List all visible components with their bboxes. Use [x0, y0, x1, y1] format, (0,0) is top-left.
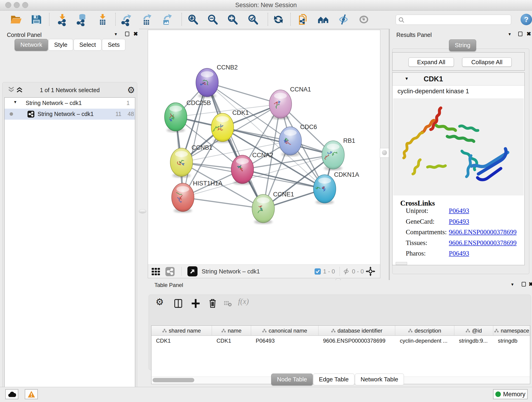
import-network-icon[interactable] — [56, 13, 68, 26]
crosslink-value[interactable]: 9606.ENSP00000378699 — [449, 228, 517, 236]
network-view[interactable]: CCNB2CCNA1CDC25BCDK1CDC6RB1CCNB1CCNA2CDK… — [148, 30, 380, 278]
collection-caret-icon[interactable]: ▼ — [13, 100, 17, 104]
crosslink-value[interactable]: 9606.ENSP00000378699 — [449, 239, 517, 247]
save-session-icon[interactable] — [31, 13, 42, 26]
panel-menu-icon[interactable]: ▼ — [114, 32, 118, 37]
node-label-CDK1: CDK1 — [232, 109, 249, 116]
columns-icon[interactable] — [173, 298, 184, 309]
table-cell[interactable]: cyclin-dependent ... — [395, 336, 454, 346]
splitter-line[interactable] — [389, 29, 390, 280]
zoom-in-icon[interactable] — [187, 13, 199, 26]
delete-table-icon[interactable] — [223, 298, 233, 309]
table-cell[interactable]: P06493 — [251, 336, 318, 346]
panel-menu-icon[interactable]: ▼ — [510, 282, 514, 287]
panel-close-icon[interactable]: ✖ — [133, 32, 138, 36]
grid-view-icon[interactable] — [151, 267, 160, 276]
panel-float-icon[interactable] — [518, 32, 522, 36]
tab-edge-table[interactable]: Edge Table — [313, 374, 355, 385]
right-splitter-handle[interactable] — [380, 148, 389, 158]
open-folder-icon[interactable] — [10, 13, 22, 26]
export-network-icon[interactable] — [120, 13, 132, 26]
zoom-selected-icon[interactable] — [247, 13, 259, 26]
panel-float-icon[interactable] — [522, 282, 526, 287]
tab-network[interactable]: Network — [15, 39, 48, 51]
column-header-database-identifier[interactable]: database identifier — [318, 326, 395, 336]
warning-button[interactable] — [25, 389, 38, 399]
import-database-icon[interactable] — [76, 13, 88, 26]
table-cell[interactable]: stringdb — [493, 336, 530, 346]
node-CCNE1[interactable]: CCNE1 — [252, 191, 294, 224]
left-splitter-handle[interactable] — [139, 209, 146, 213]
network-row-selected[interactable]: String Network – cdk1 11 48 — [5, 109, 135, 120]
crosslink-value[interactable]: P06493 — [449, 218, 469, 225]
import-table-icon[interactable] — [97, 13, 109, 26]
delete-column-icon[interactable] — [207, 298, 218, 309]
search-box[interactable] — [396, 15, 511, 25]
apply-layout-icon[interactable] — [272, 13, 284, 26]
node-CCNA1[interactable]: CCNA1 — [269, 86, 311, 120]
memory-button[interactable]: Memory — [493, 389, 528, 399]
first-neighbors-icon[interactable] — [317, 13, 329, 26]
selected-checkbox-icon[interactable] — [315, 268, 321, 274]
export-table-icon[interactable] — [140, 13, 152, 26]
string-share-icon[interactable] — [165, 267, 175, 276]
network-from-file-icon[interactable] — [297, 13, 309, 26]
column-header--id[interactable]: @id — [454, 326, 493, 336]
node-CCNB2[interactable]: CCNB2 — [196, 64, 238, 98]
network-collection-row[interactable]: ▼ String Network – cdk1 1 — [5, 98, 135, 109]
export-image-icon[interactable] — [160, 13, 172, 26]
panel-float-icon[interactable] — [125, 32, 129, 36]
table-cell[interactable]: CDK1 — [212, 336, 251, 346]
crosslinks-title: CrossLinks — [400, 199, 435, 207]
table-cell[interactable]: 9606.ENSP00000378699 — [318, 336, 395, 346]
crosshair-icon[interactable] — [366, 267, 375, 276]
toolbar-separator — [49, 13, 50, 26]
zoom-fit-icon[interactable] — [227, 13, 239, 26]
column-header-name[interactable]: name — [212, 326, 251, 336]
birdseye-icon[interactable] — [187, 266, 197, 276]
column-header-description[interactable]: description — [395, 326, 454, 336]
gene-section: ▼ CDK1 cyclin-dependent kinase 1 — [392, 72, 525, 265]
panel-menu-icon[interactable]: ▼ — [508, 32, 512, 37]
expand-all-button[interactable]: Expand All — [409, 57, 454, 67]
table-cell[interactable]: stringdb:9... — [454, 336, 493, 346]
cloud-icon — [8, 391, 16, 397]
column-header-namespace[interactable]: namespace — [493, 326, 530, 336]
gene-section-header[interactable]: ▼ CDK1 — [393, 73, 525, 85]
panel-close-icon[interactable]: ✖ — [526, 32, 531, 36]
section-caret-icon[interactable]: ▼ — [405, 76, 409, 81]
node-HIST1H1A[interactable]: HIST1H1A — [172, 180, 222, 213]
gear-icon[interactable]: ⚙ — [127, 85, 135, 95]
tab-style[interactable]: Style — [48, 39, 73, 51]
cloud-button[interactable] — [5, 389, 18, 399]
node-CDKN1A[interactable]: CDKN1A — [313, 171, 359, 204]
crosslink-value[interactable]: P06493 — [449, 207, 469, 215]
show-all-icon[interactable] — [358, 13, 370, 26]
node-CDC25B[interactable]: CDC25B — [165, 99, 211, 133]
crosslink-value[interactable]: P06493 — [449, 249, 469, 257]
crosslink-label: Pharos: — [406, 249, 426, 257]
search-input[interactable] — [406, 15, 508, 24]
tab-select[interactable]: Select — [74, 39, 101, 51]
tab-sets[interactable]: Sets — [102, 39, 125, 51]
node-RB1[interactable]: RB1 — [322, 137, 355, 171]
node-CCNB1[interactable]: CCNB1 — [170, 144, 213, 178]
add-column-icon[interactable] — [190, 298, 201, 309]
hidden-eye-icon[interactable] — [342, 268, 350, 275]
help-icon[interactable]: ? — [520, 14, 532, 25]
gear-icon[interactable]: ⚙ — [156, 297, 166, 307]
column-header-shared-name[interactable]: shared name — [152, 326, 212, 336]
function-builder-icon[interactable]: f(x) — [238, 297, 249, 307]
column-header-canonical-name[interactable]: canonical name — [251, 326, 318, 336]
tab-node-table[interactable]: Node Table — [271, 374, 313, 385]
panel-close-icon[interactable]: ✖ — [529, 282, 532, 287]
node-CCNA2[interactable]: CCNA2 — [231, 152, 273, 185]
table-cell[interactable]: CDK1 — [152, 336, 212, 346]
tab-network-table[interactable]: Network Table — [355, 374, 404, 385]
network-canvas[interactable]: CCNB2CCNA1CDC25BCDK1CDC6RB1CCNB1CCNA2CDK… — [148, 30, 380, 264]
hide-selected-icon[interactable] — [337, 13, 349, 26]
tab-string[interactable]: String — [449, 39, 476, 51]
collapse-all-button[interactable]: Collapse All — [462, 57, 512, 67]
scrollbar-thumb[interactable] — [152, 378, 194, 382]
zoom-out-icon[interactable] — [207, 13, 219, 26]
